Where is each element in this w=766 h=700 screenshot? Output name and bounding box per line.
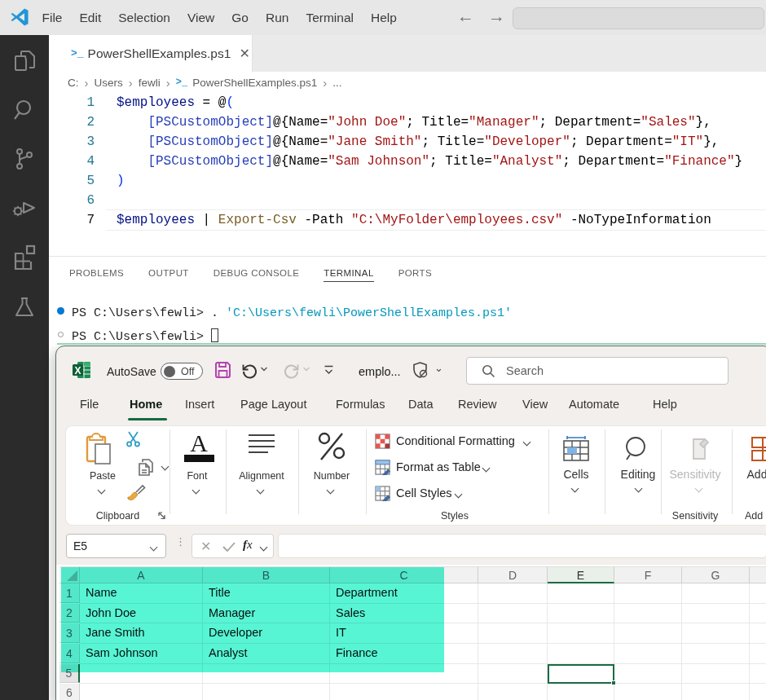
svg-text:A: A [190,429,208,456]
svg-text:X: X [74,365,81,376]
